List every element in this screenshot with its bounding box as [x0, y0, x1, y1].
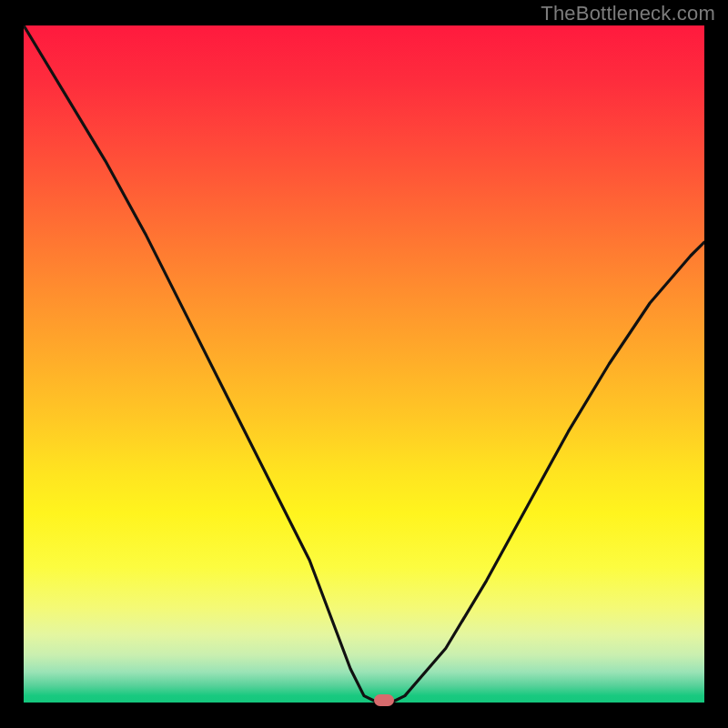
curve-layer — [24, 25, 704, 703]
chart-frame: TheBottleneck.com — [0, 0, 728, 728]
optimum-marker — [374, 694, 394, 706]
bottleneck-curve — [24, 25, 704, 703]
watermark-label: TheBottleneck.com — [541, 2, 715, 25]
